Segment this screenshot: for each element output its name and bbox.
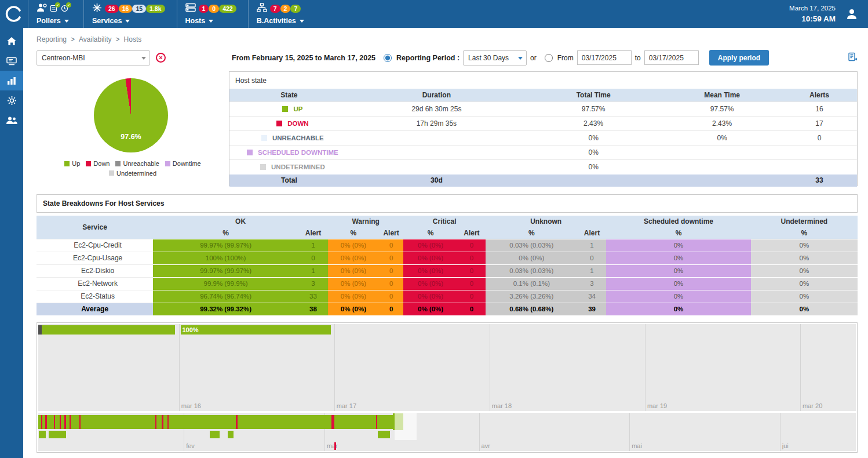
- badge-services-green[interactable]: 1.8k: [146, 5, 165, 13]
- timeline-secondary-bar: [39, 431, 45, 438]
- reporting-period-radio[interactable]: [384, 54, 392, 62]
- undetermined-pct-cell: 0%: [751, 239, 858, 252]
- from-date-input[interactable]: [577, 50, 632, 65]
- gridline-label: mar 18: [492, 402, 512, 409]
- menu-pollers-label: Pollers: [37, 17, 61, 25]
- host-state-total-row: Total 30d 33: [229, 174, 857, 187]
- host-state-row-scheduled-downtime: SCHEDULED DOWNTIME0%: [229, 145, 857, 159]
- legend-item-up: Up: [64, 159, 80, 168]
- to-date-input[interactable]: [644, 50, 699, 65]
- timeline-down-tick: [155, 415, 157, 429]
- timeline-down-tick: [45, 415, 47, 429]
- top-bar: ✓ ✓ Pollers 2616151.8k Services: [0, 0, 868, 28]
- overview-timeline-chart: fevmaravrmaijui: [38, 413, 856, 451]
- sidebar-item-configuration[interactable]: [0, 90, 23, 110]
- sidebar-item-administration[interactable]: [0, 110, 23, 130]
- state-cell: UNDETERMINED: [229, 159, 349, 174]
- state-color-square: [282, 106, 288, 112]
- service-cell: Average: [37, 303, 153, 315]
- export-report-icon[interactable]: [848, 52, 858, 64]
- state-color-square: [261, 135, 267, 141]
- menu-bactivities[interactable]: 727 B.Activities: [248, 0, 316, 28]
- availability-pie-block: 97.6% UpDownUnreachableDowntimeUndetermi…: [37, 71, 229, 186]
- state-cell: UNREACHABLE: [229, 130, 349, 145]
- critical-alert-cell: 0: [458, 303, 486, 315]
- ok-alert-cell: 1: [298, 239, 328, 252]
- period-summary: From February 15, 2025 to March 17, 2025: [232, 54, 375, 62]
- duration-cell: [349, 145, 524, 159]
- timeline-axis-marker: [334, 442, 337, 450]
- badge-services-red[interactable]: 26: [105, 5, 119, 13]
- state-color-square: [247, 150, 253, 155]
- host-select[interactable]: Centreon-MBI: [37, 50, 150, 66]
- badge-bactivities-orange[interactable]: 2: [280, 5, 291, 13]
- sidebar-item-home[interactable]: [0, 31, 23, 51]
- critical-pct-cell: 0% (0%): [403, 264, 458, 277]
- undetermined-pct-cell: 0%: [751, 290, 858, 303]
- host-state-row-undetermined: UNDETERMINED0%: [229, 159, 857, 174]
- breadcrumb-item-availability[interactable]: Availability: [79, 35, 111, 43]
- service-cell: Ec2-Network: [37, 277, 153, 290]
- business-activities-icon: [257, 3, 267, 14]
- gridline-label: jui: [782, 442, 789, 449]
- menu-pollers[interactable]: ✓ ✓ Pollers: [28, 0, 83, 28]
- timeline-selection-window[interactable]: [395, 413, 417, 440]
- badge-bactivities-green[interactable]: 7: [290, 5, 301, 13]
- user-menu-button[interactable]: [845, 7, 859, 21]
- gridline-label: mar 16: [181, 402, 201, 409]
- sidebar-item-reporting[interactable]: [0, 71, 23, 90]
- menu-hosts[interactable]: 10422 Hosts: [177, 0, 248, 28]
- chevron-down-icon: [300, 20, 304, 25]
- period-select[interactable]: Last 30 Days: [463, 50, 527, 66]
- warning-pct-cell: 0% (0%): [328, 290, 379, 303]
- critical-alert-cell: 0: [458, 277, 486, 290]
- col-mean-time: Mean Time: [662, 89, 782, 101]
- breakdown-row-ec2-network: Ec2-Network99.9% (99.9%)30% (0%)00% (0%)…: [37, 277, 858, 290]
- unknown-pct-cell: 0.03% (0.03%): [486, 264, 578, 277]
- badge-bactivities-red[interactable]: 7: [270, 5, 280, 13]
- service-cell: Ec2-Cpu-Credit: [37, 239, 153, 252]
- breakdown-group-header-row: Service OK Warning Critical Unknown Sche…: [37, 216, 858, 227]
- ok-pct-cell: 99.97% (99.97%): [153, 264, 298, 277]
- status-ok-badge: ✓: [66, 2, 71, 8]
- gridline-label: mai: [632, 442, 642, 449]
- gridline-label: avr: [482, 442, 490, 449]
- gridline: [629, 413, 630, 451]
- badge-services-pale[interactable]: 15: [132, 5, 146, 13]
- hosts-icon: [185, 3, 196, 14]
- col-ok: OK: [153, 216, 328, 227]
- col-alerts: Alerts: [782, 89, 857, 101]
- gridline-label: mar 19: [647, 402, 667, 409]
- col-total-time: Total Time: [524, 89, 662, 101]
- unknown-alert-cell: 1: [578, 264, 607, 277]
- sub-col-alert: Alert: [578, 227, 607, 239]
- sidebar-item-monitoring[interactable]: [0, 51, 23, 71]
- alerts-cell: 16: [782, 101, 857, 116]
- state-cell: SCHEDULED DOWNTIME: [229, 145, 349, 159]
- clear-host-selection-icon[interactable]: ×: [156, 53, 166, 63]
- breadcrumb-separator: >: [71, 35, 75, 43]
- badge-hosts-red[interactable]: 1: [199, 5, 209, 13]
- timeline-secondary-bar: [49, 431, 66, 438]
- services-icon: [92, 3, 102, 14]
- total-time-cell: 0%: [524, 159, 662, 174]
- badge-services-orange[interactable]: 16: [119, 5, 133, 13]
- total-alerts: 33: [782, 174, 857, 187]
- col-duration: Duration: [349, 89, 524, 101]
- breadcrumb-item-hosts[interactable]: Hosts: [124, 35, 142, 43]
- critical-alert-cell: 0: [458, 290, 486, 303]
- centreon-logo[interactable]: [0, 0, 28, 28]
- breadcrumb-item-reporting[interactable]: Reporting: [37, 35, 67, 43]
- to-label: to: [635, 54, 641, 62]
- duration-cell: [349, 130, 524, 145]
- alerts-cell: 17: [782, 116, 857, 130]
- badge-hosts-orange[interactable]: 0: [209, 5, 219, 13]
- total-time-cell: 2.43%: [524, 116, 662, 130]
- apply-period-button[interactable]: Apply period: [709, 50, 769, 66]
- menu-services[interactable]: 2616151.8k Services: [83, 0, 177, 28]
- duration-cell: 17h 29m 35s: [349, 116, 524, 130]
- badge-hosts-green[interactable]: 422: [219, 5, 236, 13]
- mean-time-cell: [662, 159, 782, 174]
- custom-period-radio[interactable]: [545, 54, 553, 62]
- warning-pct-cell: 0% (0%): [328, 277, 379, 290]
